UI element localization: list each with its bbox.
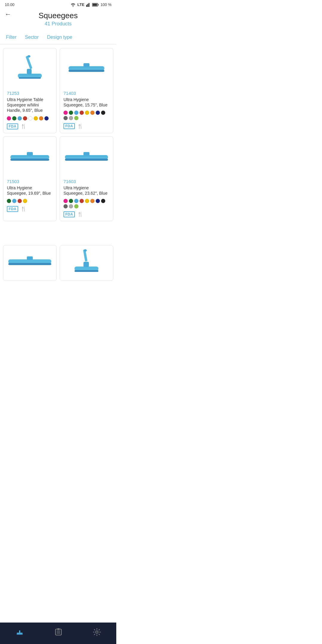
svg-rect-15 — [83, 63, 89, 67]
food-safe-icon: 🍴 — [77, 123, 83, 129]
color-dot — [12, 199, 16, 203]
svg-rect-4 — [98, 4, 99, 5]
product-name-71503: Ultra Hygiene Squeegee, 19.69", Blue — [7, 185, 53, 196]
product-card-71403[interactable]: 71403 Ultra Hygiene Squeegee, 15.75", Bl… — [60, 48, 113, 133]
svg-rect-31 — [83, 262, 89, 267]
color-dot — [80, 199, 84, 203]
color-dot — [96, 111, 100, 115]
product-name-71403: Ultra Hygiene Squeegee, 15.75", Blue — [64, 97, 109, 108]
product-count: 41 Products — [45, 21, 72, 27]
product-grid: 71253 Ultra Hygiene Table Squeegee w/Min… — [0, 44, 116, 245]
color-dot — [7, 199, 11, 203]
product-name-71253: Ultra Hygiene Table Squeegee w/Mini Hand… — [7, 97, 53, 113]
color-dot — [18, 199, 22, 203]
svg-point-7 — [27, 55, 30, 58]
product-id-71253: 71253 — [7, 91, 53, 96]
svg-rect-24 — [8, 259, 51, 264]
svg-rect-21 — [66, 156, 107, 157]
svg-rect-10 — [19, 77, 41, 79]
sector-btn[interactable]: Sector — [25, 35, 39, 40]
partial-card-1[interactable] — [3, 245, 57, 281]
partial-card-2[interactable] — [60, 245, 113, 281]
color-dot — [90, 111, 95, 115]
header: ← Squeegees 41 Products — [0, 8, 116, 30]
food-safe-icon: 🍴 — [77, 211, 83, 217]
svg-rect-2 — [89, 3, 89, 7]
product-id-71603: 71603 — [64, 179, 109, 184]
color-dot — [64, 111, 68, 115]
color-dot — [80, 111, 84, 115]
color-dot — [69, 199, 73, 203]
svg-rect-25 — [8, 263, 51, 265]
svg-rect-17 — [11, 156, 48, 157]
color-dot — [96, 199, 100, 203]
color-dots-71503 — [7, 199, 53, 203]
product-image-71403 — [64, 52, 109, 88]
badges-71253: FDA 🍴 — [7, 123, 53, 129]
color-dot — [74, 199, 78, 203]
svg-rect-13 — [69, 67, 103, 68]
time: 10.00 — [5, 2, 15, 7]
svg-rect-14 — [69, 70, 104, 72]
color-dots-71403 — [64, 111, 109, 120]
filter-btn[interactable]: Filter — [6, 35, 17, 40]
product-card-71503[interactable]: 71503 Ultra Hygiene Squeegee, 19.69", Bl… — [3, 136, 57, 221]
fda-badge: FDA — [7, 206, 18, 212]
svg-rect-5 — [93, 4, 97, 6]
color-dot — [74, 111, 78, 115]
badges-71503: FDA 🍴 — [7, 206, 53, 212]
page-title: Squeegees — [38, 11, 78, 20]
color-dot — [39, 116, 43, 120]
color-dot — [85, 199, 89, 203]
color-dot — [28, 116, 32, 120]
color-dot — [23, 116, 27, 120]
svg-rect-11 — [27, 69, 32, 74]
product-card-71603[interactable]: 71603 Ultra Hygiene Squeegee, 23.62", Bl… — [60, 136, 113, 221]
food-safe-icon: 🍴 — [21, 123, 27, 129]
color-dot — [74, 204, 78, 208]
product-name-71603: Ultra Hygiene Squeegee, 23.62", Blue — [64, 185, 109, 196]
svg-rect-18 — [10, 159, 49, 161]
status-icons: LTE 100 % — [70, 2, 112, 7]
svg-rect-1 — [87, 4, 88, 7]
back-button[interactable]: ← — [5, 10, 11, 18]
product-id-71403: 71403 — [64, 91, 109, 96]
color-dot — [7, 116, 11, 120]
fda-badge: FDA — [64, 211, 75, 217]
color-dots-71253 — [7, 116, 53, 120]
color-dot — [85, 111, 89, 115]
color-dots-71603 — [64, 199, 109, 208]
battery-icon — [92, 3, 99, 7]
color-dot — [101, 199, 105, 203]
status-bar: 10.00 LTE 100 % — [0, 0, 116, 8]
signal-icon — [86, 3, 90, 7]
svg-rect-9 — [19, 74, 40, 75]
color-dot — [64, 199, 68, 203]
fda-badge: FDA — [7, 123, 18, 129]
svg-rect-29 — [75, 267, 98, 271]
color-dot — [90, 199, 95, 203]
filter-bar: Filter Sector Design type — [0, 30, 116, 44]
color-dot — [101, 111, 105, 115]
lte-label: LTE — [78, 2, 85, 7]
svg-rect-23 — [83, 152, 89, 156]
color-dot — [18, 116, 22, 120]
color-dot — [64, 116, 68, 120]
fda-badge: FDA — [64, 123, 75, 129]
svg-rect-0 — [86, 5, 87, 7]
product-image-71253 — [7, 52, 53, 88]
design-type-btn[interactable]: Design type — [47, 35, 72, 40]
color-dot — [12, 116, 16, 120]
color-dot — [23, 199, 27, 203]
svg-point-28 — [84, 249, 87, 252]
product-card-71253[interactable]: 71253 Ultra Hygiene Table Squeegee w/Min… — [3, 48, 57, 133]
battery-label: 100 % — [100, 2, 112, 7]
badges-71603: FDA 🍴 — [64, 211, 109, 217]
product-id-71503: 71503 — [7, 179, 53, 184]
color-dot — [69, 116, 73, 120]
color-dot — [64, 204, 68, 208]
color-dot — [69, 111, 73, 115]
color-dot — [44, 116, 49, 120]
color-dot — [69, 204, 73, 208]
wifi-icon — [70, 3, 76, 7]
